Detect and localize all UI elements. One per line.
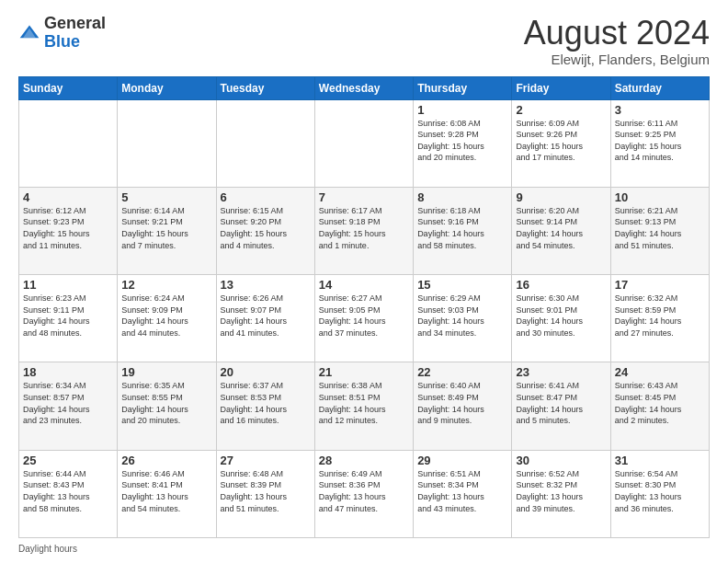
day-number: 17 xyxy=(615,278,705,292)
calendar-cell xyxy=(314,99,413,187)
calendar-cell: 24Sunrise: 6:43 AMSunset: 8:45 PMDayligh… xyxy=(610,362,709,450)
calendar-cell xyxy=(216,99,314,187)
calendar-cell: 26Sunrise: 6:46 AMSunset: 8:41 PMDayligh… xyxy=(118,450,216,537)
day-number: 1 xyxy=(417,103,507,117)
day-info: Sunrise: 6:52 AMSunset: 8:32 PMDaylight:… xyxy=(516,468,606,514)
day-number: 18 xyxy=(23,365,113,379)
day-number: 29 xyxy=(417,454,507,467)
footer: Daylight hours xyxy=(18,544,710,554)
day-info: Sunrise: 6:34 AMSunset: 8:57 PMDaylight:… xyxy=(23,380,113,426)
calendar-cell: 18Sunrise: 6:34 AMSunset: 8:57 PMDayligh… xyxy=(19,362,118,450)
day-info: Sunrise: 6:44 AMSunset: 8:43 PMDaylight:… xyxy=(23,468,113,514)
day-info: Sunrise: 6:08 AMSunset: 9:28 PMDaylight:… xyxy=(417,118,507,164)
day-info: Sunrise: 6:18 AMSunset: 9:16 PMDaylight:… xyxy=(417,205,507,251)
day-info: Sunrise: 6:48 AMSunset: 8:39 PMDaylight:… xyxy=(221,468,311,514)
day-info: Sunrise: 6:35 AMSunset: 8:55 PMDaylight:… xyxy=(121,380,211,426)
day-info: Sunrise: 6:43 AMSunset: 8:45 PMDaylight:… xyxy=(615,380,705,426)
day-number: 24 xyxy=(615,365,705,379)
day-of-week-header: Monday xyxy=(118,76,216,99)
day-number: 14 xyxy=(319,278,409,292)
day-info: Sunrise: 6:54 AMSunset: 8:30 PMDaylight:… xyxy=(615,468,705,514)
day-number: 8 xyxy=(417,190,507,204)
day-info: Sunrise: 6:21 AMSunset: 9:13 PMDaylight:… xyxy=(615,205,705,251)
calendar-cell: 5Sunrise: 6:14 AMSunset: 9:21 PMDaylight… xyxy=(118,187,216,274)
calendar-cell xyxy=(19,99,118,187)
calendar-cell: 11Sunrise: 6:23 AMSunset: 9:11 PMDayligh… xyxy=(19,275,118,362)
day-info: Sunrise: 6:41 AMSunset: 8:47 PMDaylight:… xyxy=(516,380,606,426)
day-number: 10 xyxy=(615,190,705,204)
day-info: Sunrise: 6:26 AMSunset: 9:07 PMDaylight:… xyxy=(221,293,311,339)
day-of-week-header: Wednesday xyxy=(314,76,413,99)
calendar-cell: 15Sunrise: 6:29 AMSunset: 9:03 PMDayligh… xyxy=(414,275,512,362)
calendar-cell: 7Sunrise: 6:17 AMSunset: 9:18 PMDaylight… xyxy=(314,187,413,274)
header: General Blue August 2024 Elewijt, Flande… xyxy=(18,15,710,67)
logo: General Blue xyxy=(18,15,106,52)
day-info: Sunrise: 6:27 AMSunset: 9:05 PMDaylight:… xyxy=(319,293,409,339)
calendar-cell: 8Sunrise: 6:18 AMSunset: 9:16 PMDaylight… xyxy=(414,187,512,274)
day-info: Sunrise: 6:09 AMSunset: 9:26 PMDaylight:… xyxy=(516,118,606,164)
day-number: 28 xyxy=(319,454,409,467)
calendar-cell: 10Sunrise: 6:21 AMSunset: 9:13 PMDayligh… xyxy=(610,187,709,274)
day-info: Sunrise: 6:32 AMSunset: 8:59 PMDaylight:… xyxy=(615,293,705,339)
day-info: Sunrise: 6:51 AMSunset: 8:34 PMDaylight:… xyxy=(417,468,507,514)
day-info: Sunrise: 6:38 AMSunset: 8:51 PMDaylight:… xyxy=(319,380,409,426)
calendar-week-row: 11Sunrise: 6:23 AMSunset: 9:11 PMDayligh… xyxy=(19,275,710,362)
day-number: 5 xyxy=(121,190,211,204)
day-of-week-header: Sunday xyxy=(19,76,118,99)
calendar-week-row: 4Sunrise: 6:12 AMSunset: 9:23 PMDaylight… xyxy=(19,187,710,274)
day-info: Sunrise: 6:24 AMSunset: 9:09 PMDaylight:… xyxy=(121,293,211,339)
day-number: 11 xyxy=(23,278,113,292)
day-number: 13 xyxy=(221,278,311,292)
day-of-week-header: Friday xyxy=(512,76,610,99)
day-info: Sunrise: 6:20 AMSunset: 9:14 PMDaylight:… xyxy=(516,205,606,251)
calendar-cell: 28Sunrise: 6:49 AMSunset: 8:36 PMDayligh… xyxy=(314,450,413,537)
day-number: 4 xyxy=(23,190,113,204)
day-number: 22 xyxy=(417,365,507,379)
day-number: 21 xyxy=(319,365,409,379)
calendar-cell: 21Sunrise: 6:38 AMSunset: 8:51 PMDayligh… xyxy=(314,362,413,450)
day-info: Sunrise: 6:40 AMSunset: 8:49 PMDaylight:… xyxy=(417,380,507,426)
calendar-cell: 25Sunrise: 6:44 AMSunset: 8:43 PMDayligh… xyxy=(19,450,118,537)
calendar-cell: 13Sunrise: 6:26 AMSunset: 9:07 PMDayligh… xyxy=(216,275,314,362)
logo-blue: Blue xyxy=(44,32,80,51)
day-info: Sunrise: 6:12 AMSunset: 9:23 PMDaylight:… xyxy=(23,205,113,251)
day-number: 23 xyxy=(516,365,606,379)
day-number: 15 xyxy=(417,278,507,292)
calendar-cell: 19Sunrise: 6:35 AMSunset: 8:55 PMDayligh… xyxy=(118,362,216,450)
day-info: Sunrise: 6:30 AMSunset: 9:01 PMDaylight:… xyxy=(516,293,606,339)
calendar-cell: 23Sunrise: 6:41 AMSunset: 8:47 PMDayligh… xyxy=(512,362,610,450)
logo-text: General Blue xyxy=(44,15,106,52)
day-number: 27 xyxy=(221,454,311,467)
day-number: 2 xyxy=(516,103,606,117)
calendar-cell: 12Sunrise: 6:24 AMSunset: 9:09 PMDayligh… xyxy=(118,275,216,362)
calendar-subtitle: Elewijt, Flanders, Belgium xyxy=(524,52,710,67)
day-number: 25 xyxy=(23,454,113,467)
calendar-week-row: 1Sunrise: 6:08 AMSunset: 9:28 PMDaylight… xyxy=(19,99,710,187)
calendar-cell: 9Sunrise: 6:20 AMSunset: 9:14 PMDaylight… xyxy=(512,187,610,274)
logo-general: General xyxy=(44,14,106,32)
calendar-cell xyxy=(118,99,216,187)
day-number: 31 xyxy=(615,454,705,467)
calendar-table: SundayMondayTuesdayWednesdayThursdayFrid… xyxy=(18,76,710,538)
day-number: 3 xyxy=(615,103,705,117)
calendar-cell: 3Sunrise: 6:11 AMSunset: 9:25 PMDaylight… xyxy=(610,99,709,187)
day-info: Sunrise: 6:17 AMSunset: 9:18 PMDaylight:… xyxy=(319,205,409,251)
day-number: 26 xyxy=(121,454,211,467)
day-info: Sunrise: 6:23 AMSunset: 9:11 PMDaylight:… xyxy=(23,293,113,339)
day-number: 6 xyxy=(221,190,311,204)
calendar-cell: 6Sunrise: 6:15 AMSunset: 9:20 PMDaylight… xyxy=(216,187,314,274)
calendar-cell: 31Sunrise: 6:54 AMSunset: 8:30 PMDayligh… xyxy=(610,450,709,537)
day-number: 16 xyxy=(516,278,606,292)
calendar-cell: 14Sunrise: 6:27 AMSunset: 9:05 PMDayligh… xyxy=(314,275,413,362)
calendar-cell: 22Sunrise: 6:40 AMSunset: 8:49 PMDayligh… xyxy=(414,362,512,450)
calendar-week-row: 25Sunrise: 6:44 AMSunset: 8:43 PMDayligh… xyxy=(19,450,710,537)
calendar-title: August 2024 xyxy=(524,15,710,52)
day-info: Sunrise: 6:29 AMSunset: 9:03 PMDaylight:… xyxy=(417,293,507,339)
day-info: Sunrise: 6:46 AMSunset: 8:41 PMDaylight:… xyxy=(121,468,211,514)
day-number: 9 xyxy=(516,190,606,204)
day-of-week-header: Tuesday xyxy=(216,76,314,99)
day-info: Sunrise: 6:49 AMSunset: 8:36 PMDaylight:… xyxy=(319,468,409,514)
day-number: 12 xyxy=(121,278,211,292)
calendar-cell: 4Sunrise: 6:12 AMSunset: 9:23 PMDaylight… xyxy=(19,187,118,274)
title-block: August 2024 Elewijt, Flanders, Belgium xyxy=(524,15,710,67)
